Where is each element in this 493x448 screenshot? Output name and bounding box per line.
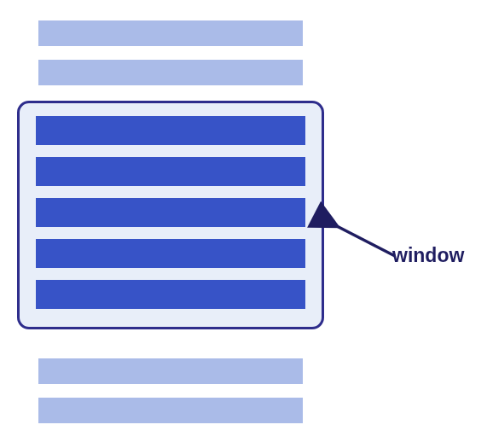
data-bar-inside (36, 280, 305, 309)
data-bar-inside (36, 116, 305, 145)
data-bar-inside (36, 198, 305, 227)
data-bar-outside (38, 358, 303, 384)
data-bar-outside (38, 20, 303, 46)
data-bar-outside (38, 398, 303, 423)
sliding-window-diagram: window (0, 0, 493, 448)
data-bar-inside (36, 239, 305, 268)
svg-line-0 (335, 225, 395, 256)
window-label: window (392, 244, 464, 267)
data-bar-inside (36, 157, 305, 186)
data-bar-outside (38, 60, 303, 85)
